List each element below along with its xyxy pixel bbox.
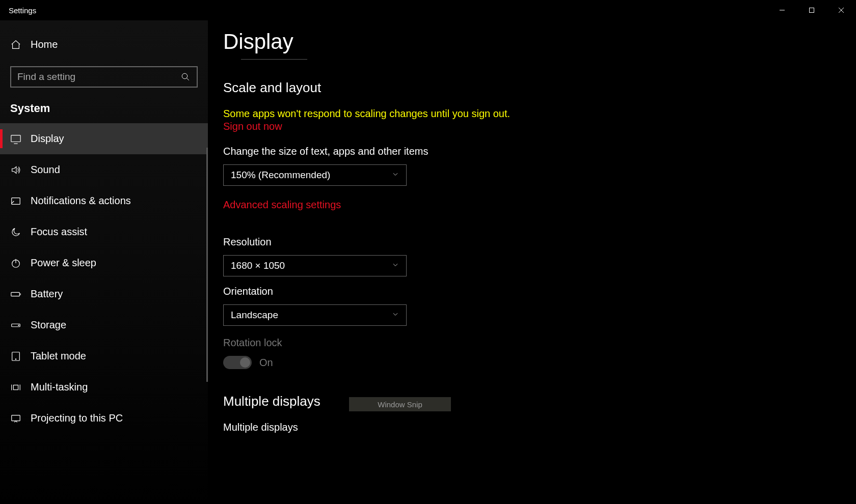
- category-header: System: [0, 98, 208, 123]
- sidebar-item-label: Projecting to this PC: [31, 412, 123, 424]
- sidebar-item-tablet-mode[interactable]: Tablet mode: [0, 341, 208, 372]
- svg-rect-20: [12, 415, 20, 421]
- svg-point-4: [182, 73, 188, 79]
- sign-out-link[interactable]: Sign out now: [223, 121, 282, 132]
- window-snip-label: Window Snip: [378, 400, 422, 409]
- sidebar-item-focus-assist[interactable]: Focus assist: [0, 216, 208, 247]
- svg-rect-1: [810, 8, 814, 13]
- window-snip-tooltip: Window Snip: [349, 397, 451, 411]
- chevron-down-icon: [392, 261, 399, 270]
- sidebar-item-label: Tablet mode: [31, 350, 86, 362]
- close-button[interactable]: [826, 0, 856, 20]
- resolution-label: Resolution: [223, 236, 856, 248]
- sidebar-item-label: Sound: [31, 164, 60, 176]
- maximize-button[interactable]: [797, 0, 826, 20]
- tablet-icon: [10, 351, 31, 362]
- sidebar-item-notifications[interactable]: Notifications & actions: [0, 185, 208, 216]
- orientation-value: Landscape: [231, 310, 278, 321]
- projecting-icon: [10, 413, 31, 424]
- resolution-dropdown[interactable]: 1680 × 1050: [223, 255, 407, 276]
- multiple-displays-header: Multiple displays: [223, 394, 856, 409]
- sidebar-item-label: Multi-tasking: [31, 381, 88, 393]
- content-area: Display Scale and layout Some apps won't…: [208, 20, 856, 504]
- rotation-lock-label: Rotation lock: [223, 337, 856, 349]
- svg-point-14: [18, 325, 19, 325]
- sidebar-item-display[interactable]: Display: [0, 123, 208, 154]
- home-nav[interactable]: Home: [0, 31, 208, 59]
- sidebar-item-label: Display: [31, 133, 64, 145]
- svg-rect-19: [13, 385, 18, 389]
- minimize-button[interactable]: [767, 0, 797, 20]
- rotation-lock-state: On: [259, 357, 273, 369]
- battery-icon: [10, 289, 31, 300]
- minimize-icon: [779, 7, 785, 13]
- home-icon: [10, 39, 31, 50]
- multiple-displays-label: Multiple displays: [223, 422, 856, 433]
- maximize-icon: [809, 7, 815, 13]
- display-icon: [10, 133, 31, 145]
- svg-rect-8: [12, 198, 20, 204]
- sidebar-item-label: Power & sleep: [31, 257, 96, 269]
- rotation-lock-toggle[interactable]: [223, 356, 252, 369]
- sidebar-item-label: Battery: [31, 288, 63, 300]
- search-box[interactable]: [10, 66, 198, 88]
- title-underline: [241, 59, 307, 60]
- search-icon: [180, 72, 191, 81]
- sidebar-item-storage[interactable]: Storage: [0, 310, 208, 341]
- sidebar-item-label: Storage: [31, 319, 66, 331]
- sidebar-item-sound[interactable]: Sound: [0, 154, 208, 185]
- sound-icon: [10, 164, 31, 176]
- sidebar-item-multi-tasking[interactable]: Multi-tasking: [0, 372, 208, 403]
- rotation-lock-row: On: [223, 356, 856, 369]
- text-size-label: Change the size of text, apps and other …: [223, 146, 856, 157]
- focus-assist-icon: [10, 227, 31, 238]
- multitasking-icon: [10, 382, 31, 393]
- sidebar: Home System Display Sound Notifications …: [0, 20, 208, 504]
- search-container: [0, 59, 208, 98]
- close-icon: [838, 7, 844, 13]
- orientation-label: Orientation: [223, 286, 856, 297]
- sidebar-item-label: Notifications & actions: [31, 195, 131, 207]
- text-size-value: 150% (Recommended): [231, 170, 330, 181]
- page-title: Display: [223, 30, 856, 54]
- scale-layout-header: Scale and layout: [223, 80, 856, 96]
- toggle-knob: [240, 357, 250, 368]
- search-input[interactable]: [17, 71, 180, 82]
- sidebar-item-power-sleep[interactable]: Power & sleep: [0, 247, 208, 278]
- advanced-scaling-link[interactable]: Advanced scaling settings: [223, 199, 341, 211]
- orientation-dropdown[interactable]: Landscape: [223, 304, 407, 326]
- svg-line-5: [186, 78, 189, 80]
- chevron-down-icon: [392, 171, 399, 180]
- window-title: Settings: [9, 6, 36, 15]
- text-size-dropdown[interactable]: 150% (Recommended): [223, 164, 407, 186]
- svg-point-16: [15, 358, 16, 359]
- sidebar-item-battery[interactable]: Battery: [0, 278, 208, 310]
- titlebar: Settings: [0, 0, 856, 20]
- home-label: Home: [31, 39, 58, 50]
- sidebar-item-label: Focus assist: [31, 226, 87, 238]
- power-icon: [10, 258, 31, 269]
- sidebar-item-projecting[interactable]: Projecting to this PC: [0, 403, 208, 434]
- chevron-down-icon: [392, 311, 399, 320]
- resolution-value: 1680 × 1050: [231, 260, 285, 271]
- notifications-icon: [10, 195, 31, 207]
- storage-icon: [10, 320, 31, 331]
- svg-rect-11: [11, 292, 20, 296]
- svg-rect-6: [11, 135, 20, 142]
- scaling-warning: Some apps won't respond to scaling chang…: [223, 108, 856, 120]
- window-controls: [767, 0, 856, 20]
